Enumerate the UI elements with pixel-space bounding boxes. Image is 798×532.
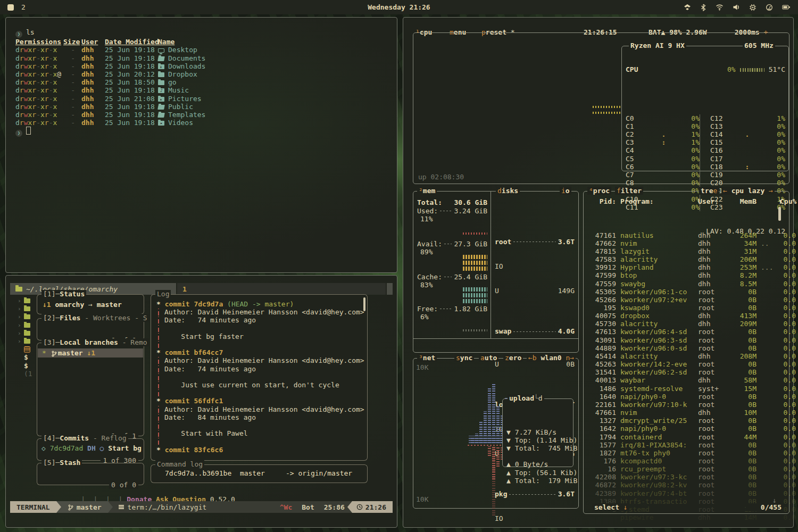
process-row[interactable]: 47662 nvim dhh 34M .. 0.0 bbox=[587, 239, 775, 247]
process-row[interactable]: 42208 kworker/u97:3-kc root 0B 0.0 bbox=[587, 473, 775, 481]
tree-item[interactable]: › bbox=[6, 313, 36, 321]
buffer-tab[interactable]: 1 bbox=[177, 283, 386, 295]
tree-item[interactable]: › bbox=[6, 297, 36, 305]
process-row[interactable]: 22161 kworker/u97:10-k root 0B 0.0 bbox=[587, 401, 775, 409]
disks-io-toggle[interactable]: io bbox=[560, 187, 571, 195]
process-row[interactable]: 47161 nautilus dhh 264M 0.0 bbox=[587, 231, 775, 239]
net-zero-toggle[interactable]: zero bbox=[503, 354, 523, 362]
process-row[interactable]: 47815 lazygit dhh 31M 0.0 bbox=[587, 247, 775, 255]
proc-select-hint[interactable]: select ↓ bbox=[593, 503, 629, 511]
process-row[interactable]: 45266 kworker/u97:2+ev root 0B 0.0 bbox=[587, 296, 775, 304]
panel-status[interactable]: [1]─Status ↓1 omarchy → master bbox=[37, 294, 144, 314]
tree-item[interactable]: › bbox=[6, 305, 36, 313]
process-row[interactable]: 1640 napi/phy0-0 root 0B 0.0 bbox=[587, 393, 775, 401]
panel-commits-title: [4]─Commits - Reflog bbox=[41, 434, 128, 442]
core-row: C50% C170% bbox=[626, 155, 785, 163]
process-row[interactable]: 176 kcompactd0 root 0B 0.0 bbox=[587, 457, 775, 465]
file-row: drwxr-xr-x@ - dhh 25 Jun 20:12 Dropbox bbox=[15, 70, 397, 78]
tree-item-icon bbox=[24, 323, 30, 328]
process-row[interactable]: 1486 systemd-resolve syst+ 15M 0.0 bbox=[587, 385, 775, 393]
process-row[interactable]: 45305 kworker/u96:1-co root 0B 0.0 bbox=[587, 288, 775, 296]
process-row[interactable]: 16 rcu_preempt root 0B 0.0 bbox=[587, 465, 775, 473]
sort-arrow[interactable]: ↑ bbox=[778, 197, 783, 205]
process-row[interactable]: 47599 btop dhh 8.2M 0.0 bbox=[587, 271, 775, 279]
net-auto-toggle[interactable]: auto bbox=[479, 354, 498, 362]
net-sync-toggle[interactable]: sync bbox=[454, 354, 474, 362]
tree-item[interactable]: › $ bbox=[6, 362, 36, 370]
proc-filter-button[interactable]: filter bbox=[615, 187, 643, 195]
log-scrollbar[interactable] bbox=[363, 297, 365, 311]
file-type-icon bbox=[157, 56, 165, 61]
col-permissions: Permissions bbox=[15, 38, 63, 46]
process-row[interactable]: 1827 mt76-tx phy0 root 0B 0.0 bbox=[587, 449, 775, 457]
branch-row-selected[interactable]: * master ↓1 bbox=[38, 348, 143, 358]
process-row[interactable]: 1577 irq/81-PIXA3854: root 0B 0.0 bbox=[587, 441, 775, 449]
process-row[interactable]: 47559 swaybg dhh 8.5M 0.0 bbox=[587, 280, 775, 288]
core-row: C00% C121% bbox=[626, 114, 785, 122]
process-row[interactable]: 44889 kworker/u96:0-sd root 0B 0.0 bbox=[587, 344, 775, 352]
volume-icon[interactable] bbox=[733, 4, 740, 11]
prompt-line-empty[interactable]: ❯ bbox=[15, 127, 397, 137]
panel-commits[interactable]: [4]─Commits - Reflog ◇ 7dc9d7ad DH ○ Sta… bbox=[37, 438, 144, 461]
wifi-icon[interactable] bbox=[716, 4, 724, 11]
panel-stash[interactable]: [5]─Stash 0 of 0 bbox=[37, 463, 144, 485]
commit-entry[interactable]: * commit 56fdfc1 Author: David Heinemeie… bbox=[156, 397, 367, 445]
gauge-icon[interactable] bbox=[766, 4, 773, 11]
panel-files[interactable]: [2]─Files - Worktrees - S 0 of 0 bbox=[37, 318, 144, 340]
folder-icon bbox=[15, 287, 22, 292]
bluetooth-icon[interactable] bbox=[700, 4, 706, 11]
battery-icon[interactable] bbox=[782, 4, 791, 11]
net-interface-switcher[interactable]: ←b wlan0 n→ bbox=[527, 354, 576, 362]
file-name: Pictures bbox=[158, 95, 397, 103]
tree-item[interactable]: › (1 bbox=[6, 370, 36, 378]
process-row[interactable]: 46872 kworker/u98:2-kv root 0B 0.0 bbox=[587, 481, 775, 489]
net-title[interactable]: ³net bbox=[417, 354, 437, 362]
proc-title[interactable]: ⁴proc bbox=[587, 187, 611, 195]
process-row[interactable]: 39912 Hyprland dhh 253M ... 0.0 bbox=[587, 263, 775, 271]
process-row[interactable]: 45730 alacritty dhh 209M 0.0 bbox=[587, 320, 775, 328]
proc-sort-selector[interactable]: ← cpu lazy → bbox=[721, 187, 775, 195]
process-row[interactable]: 47613 kworker/u96:4-sd root 0B 0.0 bbox=[587, 328, 775, 336]
net-stat-row: ▼7.27 KiB/s bbox=[506, 428, 571, 436]
process-row[interactable]: 47583 alacritty dhh 206M 0.0 bbox=[587, 255, 775, 263]
commit-entry[interactable]: * commit bf64cc7 Author: David Heinemeie… bbox=[156, 348, 367, 397]
process-row[interactable]: 45263 kworker/14:2-eve root 0B 0.0 bbox=[587, 360, 775, 368]
panel-branches[interactable]: [3]─Local branches - Remo * master ↓1 1 … bbox=[37, 343, 144, 436]
tree-item[interactable]: › bbox=[6, 321, 36, 329]
process-row[interactable]: 1327 dmcrypt_write/25 root 0B 0.0 bbox=[587, 417, 775, 425]
dropbox-icon[interactable] bbox=[684, 4, 691, 11]
tree-item[interactable]: › bbox=[6, 337, 36, 345]
process-row[interactable]: 40013 waybar dhh 58M 0.0 bbox=[587, 376, 775, 384]
disks-title[interactable]: disks bbox=[496, 187, 520, 195]
panel-log[interactable]: Log * commit 7dc9d7a (HEAD -> master) Au… bbox=[151, 294, 368, 461]
process-row[interactable]: 31541 kworker/u96:2-sd root 0B 0.0 bbox=[587, 368, 775, 376]
process-row[interactable]: 47661 nvim dhh 10M 0.0 bbox=[587, 409, 775, 417]
tree-item-icon bbox=[24, 306, 30, 311]
process-row[interactable]: 43091 kworker/u96:3-sd root 0B 0.0 bbox=[587, 336, 775, 344]
commit-entry[interactable]: * commit 7dc9d7a (HEAD -> master) Author… bbox=[156, 300, 367, 348]
process-row[interactable]: 42389 kworker/u97:4-bt root 0B 0.0 bbox=[587, 489, 775, 497]
cpu-chip-icon[interactable] bbox=[749, 4, 757, 11]
mem-title[interactable]: ²mem bbox=[417, 187, 437, 195]
file-owner: dhh bbox=[81, 103, 105, 111]
mem-avail-pct: 89% bbox=[420, 248, 433, 256]
proc-header-row[interactable]: Pid: Program: User: MemB Cpu% bbox=[587, 197, 775, 205]
panel-status-title: [1]─Status bbox=[41, 290, 86, 298]
commit-entry-last[interactable]: * commit 83fc6c6 bbox=[151, 446, 367, 454]
proc-scrollbar[interactable] bbox=[778, 207, 781, 221]
file-name: Music bbox=[158, 86, 397, 94]
tree-item[interactable]: › bbox=[6, 329, 36, 337]
tree-item[interactable]: › $ bbox=[6, 353, 36, 361]
prompt-icon: ❯ bbox=[15, 31, 22, 38]
proc-tree-toggle[interactable]: tree bbox=[699, 187, 719, 195]
process-row[interactable]: 40075 dropbox dhh 413M 0.0 bbox=[587, 312, 775, 320]
process-row[interactable]: 45414 alacritty dhh 208M 0.0 bbox=[587, 352, 775, 360]
process-row[interactable]: 1642 napi/phy0-0 root 0B 0.0 bbox=[587, 425, 775, 433]
process-row[interactable]: 1794 containerd root 44M 0.0 bbox=[587, 433, 775, 441]
process-row[interactable]: pipewire dhh 14M 0.0 bbox=[587, 513, 775, 521]
tree-item-label: $ bbox=[24, 362, 28, 370]
tree-item[interactable]: › bbox=[6, 345, 36, 353]
file-type-icon bbox=[158, 97, 164, 102]
process-row[interactable]: 195 kswapd0 root 0B 0.0 bbox=[587, 304, 775, 312]
panel-stash-title: [5]─Stash bbox=[41, 459, 82, 467]
